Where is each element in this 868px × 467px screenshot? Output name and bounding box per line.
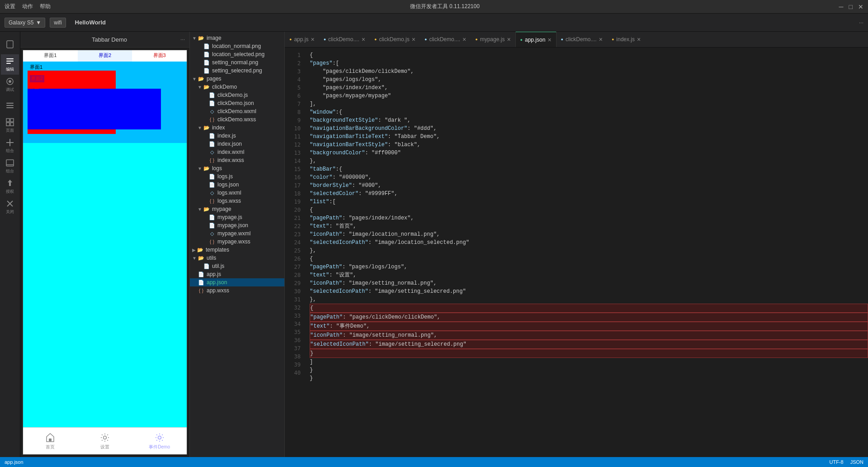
tab-6[interactable]: ● clickDemo.... × xyxy=(557,32,607,47)
file-label: location_selected.png xyxy=(212,51,264,57)
tab-close-icon[interactable]: × xyxy=(412,36,415,43)
tab-5[interactable]: ● app.json × xyxy=(515,32,557,47)
tree-item-pages[interactable]: ▼ 📂 pages xyxy=(190,75,284,83)
folder-arrow-icon: ▶ xyxy=(192,248,196,253)
tree-item-location_normal-png[interactable]: 📄 location_normal.png xyxy=(190,42,284,50)
tree-item-logs-js[interactable]: 📄 logs.js xyxy=(190,172,284,181)
tab-close-icon[interactable]: × xyxy=(311,36,314,43)
nav-item-settings[interactable]: 设置 xyxy=(78,428,132,454)
sidebar-label-debug: 调试 xyxy=(6,87,14,93)
tab-label: mypage.js xyxy=(480,36,505,43)
tree-item-logs-wxml[interactable]: ◇ logs.wxml xyxy=(190,189,284,197)
tree-item-index-json[interactable]: 📄 index.json xyxy=(190,140,284,148)
code-line-38: ] xyxy=(310,358,868,366)
tab-1[interactable]: ● clickDemo.... × xyxy=(319,32,370,47)
tree-item-app-js[interactable]: 📄 app.js xyxy=(190,270,284,278)
device-selector[interactable]: Galaxy S5 ▼ xyxy=(5,18,45,28)
sidebar-icon-list[interactable] xyxy=(1,95,19,115)
tree-item-setting_selecred-png[interactable]: 📄 setting_selecred.png xyxy=(190,67,284,75)
tree-item-index-js[interactable]: 📄 index.js xyxy=(190,132,284,140)
device-name: Galaxy S5 xyxy=(9,19,33,26)
phone-tab-1[interactable]: 界面1 xyxy=(23,50,78,62)
menu-settings[interactable]: 设置 xyxy=(5,3,15,10)
close-button[interactable]: ✕ xyxy=(858,3,863,10)
tab-close-icon[interactable]: × xyxy=(637,36,641,43)
menu-bar[interactable]: 设置 动作 帮助 xyxy=(5,3,51,10)
menu-actions[interactable]: 动作 xyxy=(22,3,33,10)
preview-panel: Tabbar Demo ··· 界面1 界面2 界面3 xyxy=(20,32,190,457)
tree-item-logs[interactable]: ▼ 📂 logs xyxy=(190,164,284,172)
screen-content: 界面1 界面2 界面3 xyxy=(23,62,187,427)
tree-item-mypage-js[interactable]: 📄 mypage.js xyxy=(190,213,284,221)
sidebar-icon-upload[interactable]: 授权 xyxy=(1,176,19,197)
tree-item-mypage-wxml[interactable]: ◇ mypage.wxml xyxy=(190,229,284,238)
tab-close-icon[interactable]: × xyxy=(462,36,466,43)
tree-item-utils[interactable]: ▼ 📂 utils xyxy=(190,254,284,262)
folder-arrow-icon: ▼ xyxy=(192,36,197,41)
tree-item-index[interactable]: ▼ 📂 index xyxy=(190,124,284,132)
code-line-15: "tabBar": { xyxy=(310,165,868,173)
svg-rect-0 xyxy=(7,41,13,48)
file-icon: { } xyxy=(208,117,216,122)
tree-item-image[interactable]: ▼ 📂 image xyxy=(190,34,284,42)
tree-item-logs-json[interactable]: 📄 logs.json xyxy=(190,181,284,189)
tab-2[interactable]: ● clickDemo.js × xyxy=(370,32,420,47)
tab-close-icon[interactable]: × xyxy=(362,36,365,43)
tab-close-icon[interactable]: × xyxy=(507,36,510,43)
phone-tab-2[interactable]: 界面2 xyxy=(78,50,132,62)
code-content[interactable]: { "pages":[ "pages/clickDemo/clickDemo",… xyxy=(305,48,868,457)
status-right: UTF-8 JSON xyxy=(829,459,863,465)
file-label: index.wxml xyxy=(217,149,244,155)
tree-item-mypage-json[interactable]: 📄 mypage.json xyxy=(190,221,284,229)
tab-7[interactable]: ● index.js × xyxy=(607,32,645,47)
menu-help[interactable]: 帮助 xyxy=(40,3,51,10)
tree-item-mypage[interactable]: ▼ 📂 mypage xyxy=(190,205,284,213)
tab-0[interactable]: ● app.js × xyxy=(285,32,319,47)
tab-close-icon[interactable]: × xyxy=(599,36,603,43)
tree-item-clickDemo-js[interactable]: 📄 clickDemo.js xyxy=(190,91,284,99)
tree-item-templates[interactable]: ▶ 📂 templates xyxy=(190,246,284,254)
tree-item-app-json[interactable]: 📄 app.json xyxy=(190,278,284,286)
tree-item-clickDemo-json[interactable]: 📄 clickDemo.json xyxy=(190,99,284,107)
code-line-2: "pages":[ xyxy=(310,59,868,67)
tab-3[interactable]: ● clickDemo.... × xyxy=(420,32,471,47)
minimize-button[interactable]: ─ xyxy=(839,3,844,10)
tab-close-icon[interactable]: × xyxy=(547,37,551,43)
sidebar-icon-pages[interactable]: 页面 xyxy=(1,115,19,136)
tree-item-mypage-wxss[interactable]: { } mypage.wxss xyxy=(190,238,284,246)
tree-item-setting_normal-png[interactable]: 📄 setting_normal.png xyxy=(190,58,284,67)
sidebar-icon-plus[interactable]: 组合 xyxy=(1,136,19,156)
tree-item-clickDemo-wxml[interactable]: ◇ clickDemo.wxml xyxy=(190,107,284,115)
network-selector[interactable]: wifi xyxy=(50,18,66,28)
sidebar-icon-tabbar[interactable]: 组台 xyxy=(1,156,19,176)
sidebar-icon-close[interactable]: 关闭 xyxy=(1,197,19,217)
tree-item-clickDemo-wxss[interactable]: { } clickDemo.wxss xyxy=(190,115,284,124)
sidebar-label-auth: 授权 xyxy=(6,189,14,195)
tree-item-app-wxss[interactable]: { } app.wxss xyxy=(190,286,284,295)
phone-tab-3[interactable]: 界面3 xyxy=(132,50,187,62)
sidebar-icon-simulator[interactable] xyxy=(1,34,19,54)
preview-more-button[interactable]: ··· xyxy=(180,36,185,43)
tab-dot-icon: ● xyxy=(612,37,614,42)
tree-item-util-js[interactable]: 📄 util.js xyxy=(190,262,284,270)
file-icon: ◇ xyxy=(208,109,216,114)
maximize-button[interactable]: □ xyxy=(849,3,853,10)
sidebar-icon-debug[interactable]: 调试 xyxy=(1,75,19,95)
file-label: index.wxss xyxy=(217,157,244,163)
more-options-button[interactable]: ··· xyxy=(859,19,863,26)
tab-4[interactable]: ● mypage.js × xyxy=(471,32,515,47)
window-controls[interactable]: ─ □ ✕ xyxy=(839,3,863,10)
nav-item-demo[interactable]: 事件Demo xyxy=(132,428,187,454)
tree-item-location_selected-png[interactable]: 📄 location_selected.png xyxy=(190,50,284,58)
sidebar-icon-editor[interactable]: 编辑 xyxy=(1,54,19,75)
tree-item-index-wxml[interactable]: ◇ index.wxml xyxy=(190,148,284,156)
nav-item-home[interactable]: 首页 xyxy=(23,428,78,454)
tree-item-index-wxss[interactable]: { } index.wxss xyxy=(190,156,284,164)
svg-rect-8 xyxy=(6,107,14,108)
code-editor: ● app.js × ● clickDemo.... × ● clickDemo… xyxy=(285,32,868,457)
svg-point-5 xyxy=(9,80,11,83)
file-label: location_normal.png xyxy=(212,43,261,49)
tree-item-logs-wxss[interactable]: { } logs.wxss xyxy=(190,197,284,205)
tree-item-clickDemo[interactable]: ▼ 📂 clickDemo xyxy=(190,83,284,91)
sidebar-label-close: 关闭 xyxy=(6,209,14,215)
